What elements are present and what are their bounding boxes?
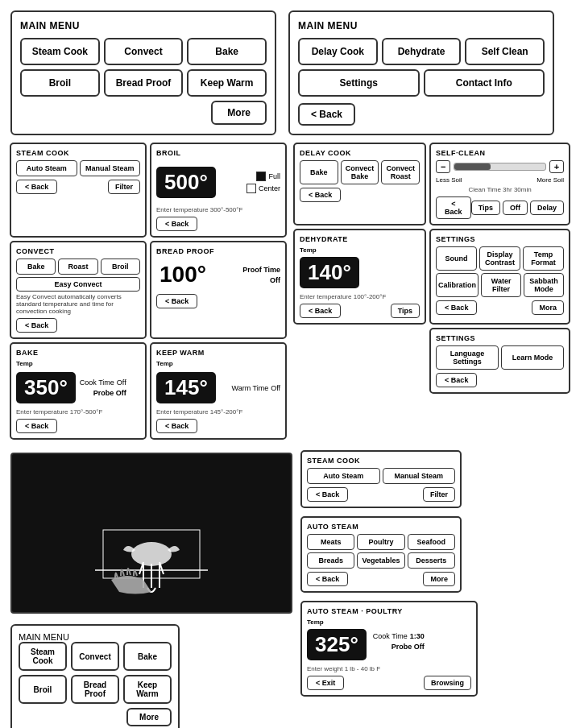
- calibration-btn[interactable]: Calibration: [436, 273, 478, 297]
- slider-track[interactable]: [454, 163, 546, 171]
- back-btn-menu2[interactable]: < Back: [298, 103, 355, 126]
- small-bread-proof-btn[interactable]: Bread Proof: [71, 675, 119, 704]
- dehydrate-back[interactable]: < Back: [300, 304, 341, 318]
- settings1-title: SETTINGS: [436, 235, 564, 243]
- self-clean-delay[interactable]: Delay: [530, 201, 564, 215]
- self-clean-btn[interactable]: Self Clean: [465, 38, 545, 65]
- meats-btn[interactable]: Meats: [307, 534, 354, 550]
- auto-steam-more[interactable]: More: [423, 572, 455, 586]
- convect-broil-btn[interactable]: Broil: [101, 259, 140, 275]
- self-clean-tips[interactable]: Tips: [471, 201, 500, 215]
- bake-probe: Probe Off: [93, 389, 126, 397]
- settings2-back[interactable]: < Back: [436, 373, 477, 387]
- small-convect-btn[interactable]: Convect: [71, 642, 119, 671]
- breads-btn[interactable]: Breads: [307, 552, 354, 569]
- convect-title: CONVECT: [16, 247, 140, 255]
- auto-steam-btn[interactable]: Auto Steam: [16, 160, 77, 176]
- more-soil-label: More Soil: [536, 176, 564, 184]
- broil-center-checkbox[interactable]: [246, 184, 256, 193]
- sabbath-mode-btn[interactable]: Sabbath Mode: [524, 273, 564, 297]
- slider-minus-btn[interactable]: −: [436, 160, 450, 173]
- desserts-btn[interactable]: Desserts: [408, 552, 455, 569]
- steam-cook-btns: Auto Steam Manual Steam: [16, 160, 140, 176]
- temp-format-btn[interactable]: Temp Format: [523, 246, 564, 271]
- small-broil-btn[interactable]: Broil: [19, 675, 67, 704]
- dehydrate-btn[interactable]: Dehydrate: [382, 38, 462, 65]
- bake-temp-note: Enter temperature 170°-500°F: [16, 408, 140, 416]
- small-steam-cook-btn[interactable]: Steam Cook: [19, 642, 67, 671]
- bottom-row: MAIN MENU Steam Cook Convect Bake Broil …: [0, 443, 580, 728]
- sound-btn[interactable]: Sound: [436, 246, 477, 271]
- seafood-btn[interactable]: Seafood: [408, 534, 455, 550]
- steam-cook-2-btns: Auto Steam Manual Steam: [307, 468, 455, 484]
- convect-btn[interactable]: Convect: [104, 38, 184, 65]
- broil-full-checkbox[interactable]: [256, 172, 266, 181]
- poultry-probe: Probe Off: [392, 643, 425, 651]
- bread-proof-btn[interactable]: Bread Proof: [104, 69, 184, 97]
- clean-time-label: Clean Time 3hr 30min: [436, 186, 564, 193]
- learn-mode-btn[interactable]: Learn Mode: [501, 345, 564, 370]
- small-bake-btn[interactable]: Bake: [123, 642, 172, 671]
- small-main-menu-title: MAIN MENU: [19, 632, 172, 642]
- small-more-btn[interactable]: More: [126, 708, 172, 726]
- dehydrate-tips[interactable]: Tips: [391, 304, 420, 318]
- bake-back[interactable]: < Back: [16, 419, 57, 433]
- bake-cook-time-label: Cook Time: [80, 378, 114, 387]
- delay-cook-btn[interactable]: Delay Cook: [298, 38, 378, 65]
- poultry-btn[interactable]: Poultry: [357, 534, 404, 550]
- broil-temp: 500°: [156, 167, 216, 198]
- slider-plus-btn[interactable]: +: [549, 160, 564, 173]
- more-btn-1[interactable]: More: [211, 101, 267, 125]
- steam-cook-panel: STEAM COOK Auto Steam Manual Steam < Bac…: [10, 143, 147, 238]
- convect-back[interactable]: < Back: [16, 318, 57, 333]
- convect-roast-btn[interactable]: Roast: [58, 259, 97, 275]
- contact-info-btn[interactable]: Contact Info: [424, 69, 545, 97]
- steam-cook-2-title: STEAM COOK: [307, 457, 455, 465]
- settings-btn[interactable]: Settings: [298, 69, 420, 97]
- convect-desc: Easy Convect automatically converts stan…: [16, 293, 140, 315]
- language-settings-btn[interactable]: Language Settings: [436, 345, 499, 370]
- convect-bake-btn[interactable]: Bake: [16, 259, 56, 275]
- display-contrast-btn[interactable]: Display Contrast: [479, 246, 520, 271]
- delay-cook-title: DELAY COOK: [300, 149, 420, 157]
- small-keep-warm-btn[interactable]: Keep Warm: [123, 675, 172, 704]
- poultry-cook-time: Cook Time 1:30: [373, 632, 425, 640]
- settings1-more[interactable]: Mora: [532, 300, 564, 315]
- keep-warm-btn[interactable]: Keep Warm: [187, 69, 267, 97]
- middle-row: STEAM COOK Auto Steam Manual Steam < Bac…: [0, 139, 580, 443]
- auto-steam-2-btn[interactable]: Auto Steam: [307, 468, 380, 484]
- water-filter-btn[interactable]: Water Filter: [481, 273, 521, 297]
- convect-panel: CONVECT Bake Roast Broil Easy Convect Ea…: [10, 241, 147, 339]
- proof-back[interactable]: < Back: [156, 294, 197, 308]
- steam-cook-2-filter[interactable]: Filter: [423, 487, 455, 502]
- delay-convect-bake-btn[interactable]: Convect Bake: [341, 160, 379, 184]
- auto-steam-back[interactable]: < Back: [307, 572, 348, 586]
- manual-steam-2-btn[interactable]: Manual Steam: [383, 468, 456, 484]
- settings1-back[interactable]: < Back: [436, 300, 477, 315]
- vegetables-btn[interactable]: Vegetables: [357, 552, 404, 569]
- manual-steam-btn[interactable]: Manual Steam: [80, 160, 141, 176]
- steam-cook-2-back[interactable]: < Back: [307, 487, 348, 502]
- settings2-title: SETTINGS: [436, 334, 564, 342]
- delay-bake-btn[interactable]: Bake: [300, 160, 338, 184]
- poultry-exit-btn[interactable]: < Exit: [307, 676, 344, 690]
- auto-steam-btns-row2: Breads Vegetables Desserts: [307, 552, 455, 569]
- settings1-footer: < Back Mora: [436, 300, 564, 315]
- poultry-browsing-btn[interactable]: Browsing: [424, 676, 471, 690]
- broil-footer: < Back: [156, 217, 280, 231]
- delay-cook-back[interactable]: < Back: [300, 188, 341, 202]
- broil-back[interactable]: < Back: [156, 217, 197, 231]
- steam-cook-btn[interactable]: Steam Cook: [20, 38, 100, 65]
- settings2-btns: Language Settings Learn Mode: [436, 345, 564, 370]
- keep-warm-back[interactable]: < Back: [156, 419, 197, 433]
- easy-convect-btn[interactable]: Easy Convect: [16, 277, 140, 292]
- steam-cook-back[interactable]: < Back: [16, 180, 57, 194]
- broil-btn[interactable]: Broil: [20, 69, 100, 97]
- self-clean-back[interactable]: < Back: [436, 196, 471, 219]
- delay-convect-roast-btn[interactable]: Convect Roast: [381, 160, 420, 184]
- soil-labels: Less Soil More Soil: [436, 176, 564, 184]
- bake-btn[interactable]: Bake: [187, 38, 267, 65]
- bottom-left: MAIN MENU Steam Cook Convect Bake Broil …: [6, 446, 296, 728]
- self-clean-off[interactable]: Off: [503, 201, 528, 215]
- steam-cook-filter[interactable]: Filter: [108, 180, 140, 194]
